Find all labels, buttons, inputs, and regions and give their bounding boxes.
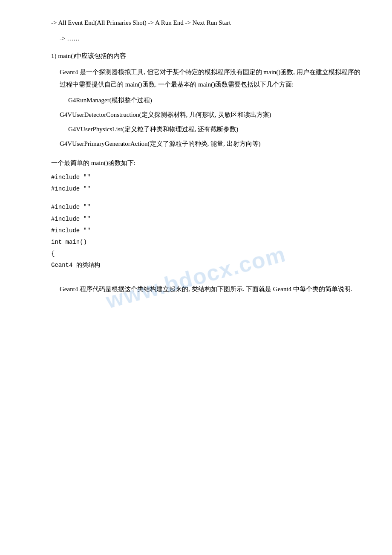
code-include-1: #include ""	[26, 172, 366, 183]
line-arrow-all-event: -> All Event End(All Primaries Shot) -> …	[26, 17, 366, 29]
line-arrow-dots-text: -> ……	[60, 35, 80, 42]
item1-text: G4RunManager(模拟整个过程)	[68, 97, 152, 104]
blank-2	[26, 272, 366, 279]
document-content: -> All Event End(All Primaries Shot) -> …	[26, 17, 366, 295]
code-include-3: #include ""	[26, 202, 366, 213]
section1-label: 1) main()中应该包括的内容	[26, 50, 366, 62]
item2-detector: G4VUserDetectorConstruction(定义探测器材料, 几何形…	[26, 109, 366, 121]
code-include-4: #include ""	[26, 214, 366, 225]
para1-text: Geant4 是一个探测器模拟工具, 但它对于某个特定的模拟程序没有固定的 ma…	[60, 69, 360, 88]
line-arrow-all-event-text: -> All Event End(All Primaries Shot) -> …	[51, 19, 231, 26]
item4-text: G4VUserPrimaryGeneratorAction(定义了源粒子的种类,…	[60, 140, 261, 147]
line-arrow-dots: -> ……	[26, 33, 366, 44]
section2-intro: 一个最简单的 main()函数如下:	[26, 157, 366, 169]
item1-g4runmanager: G4RunManager(模拟整个过程)	[26, 95, 366, 106]
para2: Geant4 程序代码是根据这个类结构建立起来的, 类结构如下图所示. 下面就是…	[26, 283, 366, 295]
section2-intro-text: 一个最简单的 main()函数如下:	[51, 159, 135, 166]
code-include-2: #include ""	[26, 184, 366, 194]
code-include-5: #include ""	[26, 225, 366, 236]
code-brace-open: {	[26, 249, 366, 259]
para2-text: Geant4 程序代码是根据这个类结构建立起来的, 类结构如下图所示. 下面就是…	[60, 286, 352, 292]
item4-generator: G4VUserPrimaryGeneratorAction(定义了源粒子的种类,…	[26, 138, 366, 150]
item3-text: G4VUserPhysicsList(定义粒子种类和物理过程, 还有截断参数)	[68, 126, 238, 133]
para1: Geant4 是一个探测器模拟工具, 但它对于某个特定的模拟程序没有固定的 ma…	[26, 66, 366, 90]
code-int-main: int main()	[26, 237, 366, 248]
section1-label-text: 1) main()中应该包括的内容	[51, 52, 126, 59]
code-class-structure: Geant4 的类结构	[26, 260, 366, 271]
item3-physics: G4VUserPhysicsList(定义粒子种类和物理过程, 还有截断参数)	[26, 124, 366, 135]
blank-1	[26, 195, 366, 202]
item2-text: G4VUserDetectorConstruction(定义探测器材料, 几何形…	[60, 111, 271, 118]
